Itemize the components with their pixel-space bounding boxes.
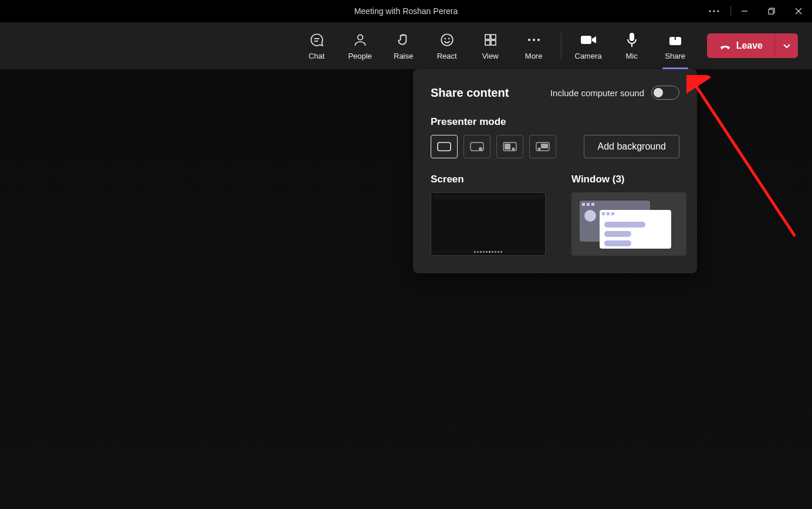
more-button[interactable]: More	[513, 22, 555, 69]
svg-rect-37	[587, 203, 590, 206]
raise-hand-button[interactable]: Raise	[383, 22, 425, 69]
window-controls	[702, 0, 812, 22]
include-sound-row: Include computer sound	[550, 86, 679, 100]
svg-point-27	[479, 147, 482, 151]
leave-button[interactable]: Leave	[707, 33, 774, 58]
include-sound-label: Include computer sound	[550, 88, 644, 98]
more-icon	[527, 32, 541, 48]
people-icon	[353, 32, 368, 48]
svg-rect-40	[602, 212, 605, 215]
raise-hand-icon	[396, 32, 411, 48]
svg-point-0	[709, 10, 710, 12]
svg-point-33	[538, 148, 541, 151]
svg-rect-36	[582, 203, 585, 206]
camera-button[interactable]: Camera	[567, 22, 610, 69]
chat-button[interactable]: Chat	[296, 22, 338, 69]
toolbar-divider	[561, 33, 561, 59]
svg-rect-45	[604, 240, 631, 246]
people-button[interactable]: People	[339, 22, 381, 69]
raise-label: Raise	[394, 52, 413, 60]
share-label: Share	[665, 52, 685, 60]
svg-point-10	[357, 35, 363, 40]
svg-rect-15	[491, 35, 496, 39]
chat-label: Chat	[309, 52, 324, 60]
svg-point-1	[713, 10, 715, 12]
camera-icon	[580, 32, 597, 48]
svg-point-35	[584, 210, 596, 222]
view-button[interactable]: View	[469, 22, 512, 69]
share-content-panel: Share content Include computer sound Pre…	[413, 69, 697, 273]
mic-label: Mic	[626, 52, 638, 60]
titlebar: Meeting with Roshan Perera	[0, 0, 812, 22]
react-button[interactable]: React	[426, 22, 468, 69]
presenter-mode-label: Presenter mode	[431, 116, 679, 128]
svg-rect-43	[604, 222, 645, 228]
svg-rect-16	[485, 40, 490, 45]
react-icon	[439, 32, 455, 48]
svg-rect-17	[491, 40, 496, 45]
svg-point-12	[444, 38, 446, 39]
hangup-icon	[719, 39, 732, 52]
svg-point-30	[512, 148, 515, 151]
close-button[interactable]	[785, 0, 812, 22]
maximize-button[interactable]	[758, 0, 785, 22]
share-window-section: Window (3)	[571, 174, 686, 256]
view-icon	[483, 32, 498, 48]
leave-label: Leave	[736, 40, 763, 51]
svg-rect-42	[611, 212, 614, 215]
presenter-mode-standout[interactable]	[463, 135, 490, 158]
add-background-button[interactable]: Add background	[584, 135, 679, 158]
mic-button[interactable]: Mic	[611, 22, 653, 69]
svg-point-19	[533, 39, 535, 41]
svg-point-18	[528, 39, 530, 41]
view-label: View	[482, 52, 499, 60]
svg-rect-21	[581, 36, 591, 44]
titlebar-more-button[interactable]	[702, 10, 726, 12]
svg-rect-38	[591, 203, 594, 206]
svg-rect-5	[769, 9, 773, 14]
window-label: Window (3)	[571, 174, 686, 185]
svg-point-11	[441, 34, 453, 46]
chat-icon	[309, 32, 324, 48]
more-label: More	[525, 52, 543, 60]
svg-rect-25	[438, 142, 451, 151]
leave-options-button[interactable]	[774, 33, 798, 58]
window-title: Meeting with Roshan Perera	[354, 6, 458, 16]
leave-button-group: Leave	[707, 33, 798, 58]
presenter-mode-side-by-side[interactable]	[496, 135, 523, 158]
screen-label: Screen	[431, 174, 546, 185]
include-sound-toggle[interactable]	[651, 86, 679, 100]
svg-rect-41	[607, 212, 610, 215]
share-screen-section: Screen	[431, 174, 546, 256]
share-icon	[668, 32, 682, 48]
share-button[interactable]: Share	[654, 22, 696, 69]
people-label: People	[348, 52, 371, 60]
share-screen-thumbnail[interactable]	[431, 192, 546, 256]
svg-rect-44	[604, 231, 631, 237]
svg-point-13	[448, 38, 450, 39]
react-label: React	[437, 52, 457, 60]
svg-rect-22	[630, 33, 634, 41]
svg-rect-32	[541, 144, 548, 148]
presenter-mode-row: Add background	[431, 135, 679, 158]
share-sources: Screen Window (3)	[431, 174, 679, 256]
svg-point-20	[537, 39, 540, 41]
presenter-mode-reporter[interactable]	[529, 135, 556, 158]
camera-label: Camera	[575, 52, 602, 60]
mic-icon	[626, 32, 638, 48]
meeting-toolbar: Chat People Raise React View More	[0, 22, 812, 69]
svg-rect-29	[505, 144, 510, 150]
share-panel-title: Share content	[431, 86, 509, 100]
share-window-thumbnail[interactable]	[571, 192, 686, 256]
svg-point-2	[717, 10, 719, 12]
svg-rect-14	[485, 35, 490, 39]
minimize-button[interactable]	[731, 0, 758, 22]
presenter-mode-content-only[interactable]	[431, 135, 458, 158]
